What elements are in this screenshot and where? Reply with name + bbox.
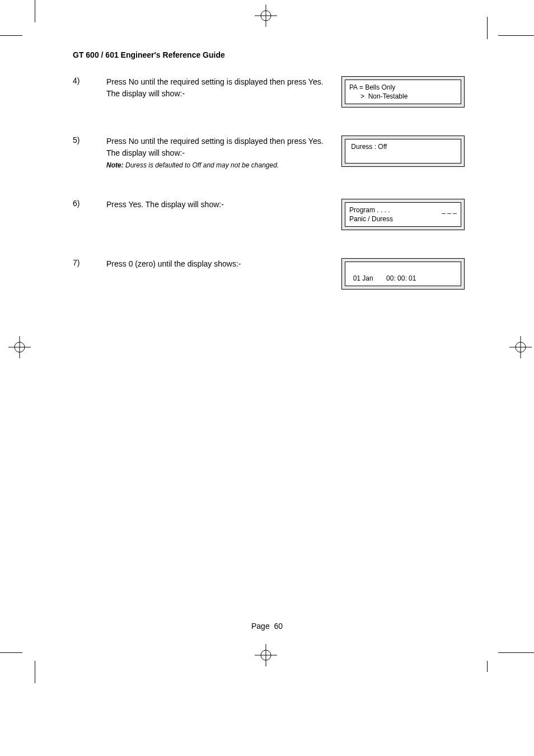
lcd-display: PA = Bells Only > Non-Testable xyxy=(341,76,465,108)
step-row: 5) Press No until the required setting i… xyxy=(73,136,465,171)
lcd-line: Panic / Duress xyxy=(349,215,393,223)
footer-label: Page xyxy=(251,622,270,631)
step-text: Press No until the required setting is d… xyxy=(106,136,341,171)
step-note: Note: Duress is defaulted to Off and may… xyxy=(106,161,279,169)
step-row: 4) Press No until the required setting i… xyxy=(73,76,465,108)
crop-mark xyxy=(0,35,22,36)
registration-mark-icon xyxy=(509,336,532,358)
lcd-screen: Duress : Off xyxy=(345,139,461,164)
note-label: Note: xyxy=(106,161,124,169)
step-text: Press 0 (zero) until the display shows:- xyxy=(106,258,341,270)
lcd-line: Duress : Off xyxy=(349,143,387,151)
crop-mark xyxy=(35,661,35,683)
lcd-line: 01 Jan 00: 00: 01 xyxy=(349,274,416,282)
step-number: 5) xyxy=(73,136,106,144)
crop-mark xyxy=(487,17,488,39)
crop-mark xyxy=(35,0,35,22)
step-text-main: Press No until the required setting is d… xyxy=(106,137,324,157)
crop-mark xyxy=(498,652,534,653)
crop-mark xyxy=(498,35,534,36)
lcd-display: Program . . . ._ _ _Panic / Duress xyxy=(341,199,465,230)
note-text: Duress is defaulted to Off and may not b… xyxy=(124,161,279,169)
lcd-line: > Non-Testable xyxy=(349,92,407,100)
step-row: 7) Press 0 (zero) until the display show… xyxy=(73,258,465,290)
lcd-display: Duress : Off xyxy=(341,136,465,167)
page-content: GT 600 / 601 Engineer's Reference Guide … xyxy=(73,50,465,318)
step-number: 7) xyxy=(73,258,106,267)
lcd-screen: Program . . . ._ _ _Panic / Duress xyxy=(345,202,461,227)
lcd-display: 01 Jan 00: 00: 01 xyxy=(341,258,465,290)
step-row: 6) Press Yes. The display will show:- Pr… xyxy=(73,199,465,230)
step-text: Press No until the required setting is d… xyxy=(106,76,341,100)
page-title: GT 600 / 601 Engineer's Reference Guide xyxy=(73,50,465,59)
registration-mark-icon xyxy=(255,4,277,27)
crop-mark xyxy=(487,661,488,672)
registration-mark-icon xyxy=(255,644,277,666)
registration-mark-icon xyxy=(8,336,31,358)
lcd-line-right: _ _ _ xyxy=(442,206,457,214)
step-number: 4) xyxy=(73,76,106,85)
lcd-screen: 01 Jan 00: 00: 01 xyxy=(345,262,461,286)
footer-page-number: 60 xyxy=(274,622,283,631)
lcd-line-left: Program . . . . xyxy=(349,206,390,214)
lcd-screen: PA = Bells Only > Non-Testable xyxy=(345,80,461,104)
step-number: 6) xyxy=(73,199,106,208)
step-text: Press Yes. The display will show:- xyxy=(106,199,341,211)
lcd-line: PA = Bells Only xyxy=(349,83,395,91)
crop-mark xyxy=(0,652,22,653)
page-footer: Page 60 xyxy=(0,622,534,631)
